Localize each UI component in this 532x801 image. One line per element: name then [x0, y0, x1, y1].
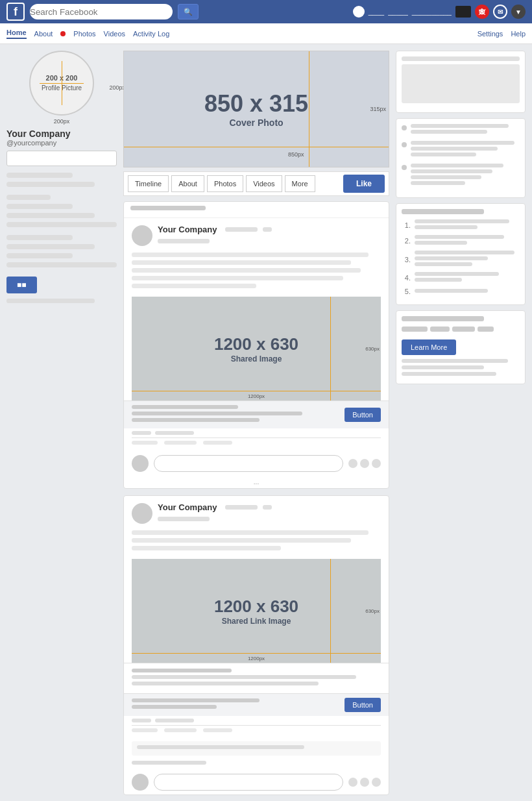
- right-article-2: [402, 141, 520, 158]
- tab-timeline[interactable]: Timeline: [128, 175, 169, 192]
- right-card-suggested: [396, 51, 526, 113]
- profile-section: 200 x 200 Profile Picture 200px 200px Yo…: [6, 51, 117, 166]
- nav-notifications-badge[interactable]: 🕸: [475, 5, 489, 19]
- tab-more[interactable]: More: [285, 175, 315, 192]
- nav-label-1: ____: [369, 8, 384, 16]
- post2-action-1[interactable]: [132, 728, 158, 732]
- post1-comment-icon2[interactable]: [360, 459, 369, 468]
- right-trending-title: [402, 209, 484, 214]
- post1-comment-input[interactable]: [154, 455, 343, 472]
- profile-200px-bottom: 200px: [54, 118, 70, 125]
- right-trending-3: 3.: [402, 251, 520, 268]
- profile-picture: 200 x 200 Profile Picture: [29, 51, 94, 116]
- tab-videos[interactable]: Videos: [246, 175, 282, 192]
- sec-nav-settings[interactable]: Settings: [478, 30, 503, 38]
- right-article-1: [402, 124, 520, 136]
- post2-comment-area: [124, 770, 389, 795]
- sidebar-line-9: [6, 253, 73, 258]
- post2-action-2[interactable]: [164, 728, 197, 732]
- post2-comment-icon1[interactable]: [348, 778, 357, 787]
- post1-comment-icon3[interactable]: [372, 459, 381, 468]
- post2-image-sub: Shared Link Image: [214, 617, 298, 626]
- profile-hline: [40, 83, 83, 84]
- post1-reactions: [124, 428, 389, 437]
- post1-dim-630: 630px: [365, 346, 380, 352]
- nav-label-3: __________: [412, 8, 452, 16]
- post1-reaction-line1: [132, 431, 151, 435]
- post1-image-size: 1200 x 630: [214, 334, 298, 354]
- post1-meta-line2: [158, 239, 210, 243]
- post1-action-3[interactable]: [203, 441, 232, 445]
- sidebar-line-2: [6, 182, 95, 187]
- right-trending-4: 4.: [402, 272, 520, 284]
- sec-nav-home[interactable]: Home: [6, 29, 27, 39]
- right-trending-2-line1: [415, 235, 504, 239]
- post1-meta-line1: [225, 227, 258, 232]
- right-suggested-title: [402, 56, 520, 61]
- right-suggested-image: [402, 64, 520, 103]
- sidebar-menu-lines: [6, 173, 117, 267]
- post1-actions: [124, 438, 389, 451]
- right-sponsored-dot3: [452, 327, 475, 332]
- sec-nav-notification-dot: [60, 31, 66, 36]
- post2-link-info-line3: [132, 682, 319, 685]
- post2-meta-line1: [225, 505, 258, 510]
- right-trending-lines1: [415, 219, 520, 231]
- nav-home-icon[interactable]: [353, 6, 365, 18]
- right-sponsored-cta-button[interactable]: Learn More: [402, 339, 456, 355]
- right-article-3-dot: [402, 165, 407, 170]
- sec-nav-about[interactable]: About: [34, 30, 53, 38]
- post2-comment-avatar: [132, 774, 149, 791]
- right-article-2-line3: [411, 153, 476, 156]
- right-trending-3-line2: [415, 256, 488, 260]
- nav-rect-icon[interactable]: [455, 6, 471, 18]
- post1-top-line: [130, 206, 206, 210]
- sec-nav-help[interactable]: Help: [511, 30, 526, 38]
- cover-horizontal-guideline: [124, 147, 389, 147]
- post1-comment-icon1[interactable]: [348, 459, 357, 468]
- right-sponsored-title: [402, 316, 484, 321]
- post2-dim-1200: 1200px: [248, 656, 265, 661]
- post1-avatar: [132, 225, 152, 246]
- sec-nav-activity[interactable]: Activity Log: [133, 30, 169, 38]
- nav-search-input[interactable]: [30, 4, 173, 19]
- right-card-articles: [396, 118, 526, 198]
- right-article-3-lines: [411, 164, 520, 187]
- post2-reaction-line1: [132, 719, 151, 722]
- right-sponsored-dot4: [478, 327, 494, 332]
- nav-account-icon[interactable]: ▼: [511, 5, 526, 19]
- post1-action-2[interactable]: [164, 441, 197, 445]
- post2-action-3[interactable]: [203, 728, 232, 732]
- post1-text-2: [132, 260, 351, 265]
- sidebar-line-4: [6, 204, 73, 209]
- right-article-2-line1: [411, 141, 514, 145]
- right-trending-num2: 2.: [402, 237, 411, 245]
- post2-reaction-line2: [155, 719, 194, 722]
- sidebar-action-button[interactable]: ■■: [6, 277, 37, 293]
- nav-label-2: _____: [388, 8, 408, 16]
- page-like-button[interactable]: Like: [343, 175, 385, 193]
- post2-comment-icon2[interactable]: [360, 778, 369, 787]
- post2-comment-input[interactable]: [154, 774, 343, 791]
- post2-link-bar: Button: [124, 693, 389, 716]
- sec-nav-videos[interactable]: Videos: [104, 30, 125, 38]
- nav-messages-badge[interactable]: ✉: [493, 5, 507, 19]
- nav-search-button[interactable]: 🔍: [178, 4, 199, 19]
- post2-comment-icon3[interactable]: [372, 778, 381, 787]
- profile-handle: @yourcompany: [6, 139, 117, 147]
- right-trending-lines5: [415, 289, 520, 295]
- post1-shared-image: 1200 x 630 Shared Image 630px 1200px: [132, 297, 381, 400]
- left-sidebar: 200 x 200 Profile Picture 200px 200px Yo…: [6, 51, 117, 306]
- profile-search-input[interactable]: [6, 151, 117, 166]
- tab-photos[interactable]: Photos: [207, 175, 243, 192]
- post1-text-3: [132, 268, 361, 273]
- sec-nav-photos[interactable]: Photos: [73, 30, 95, 38]
- post1-action-1[interactable]: [132, 441, 158, 445]
- right-article-2-line2: [411, 147, 498, 151]
- tab-about[interactable]: About: [171, 175, 204, 192]
- post1-link-button[interactable]: Button: [345, 408, 381, 422]
- post1-comment-area: [124, 451, 389, 476]
- right-trending-num1: 1.: [402, 221, 411, 229]
- post2-comment-hl-line1: [137, 745, 304, 749]
- post2-link-button[interactable]: Button: [345, 698, 381, 712]
